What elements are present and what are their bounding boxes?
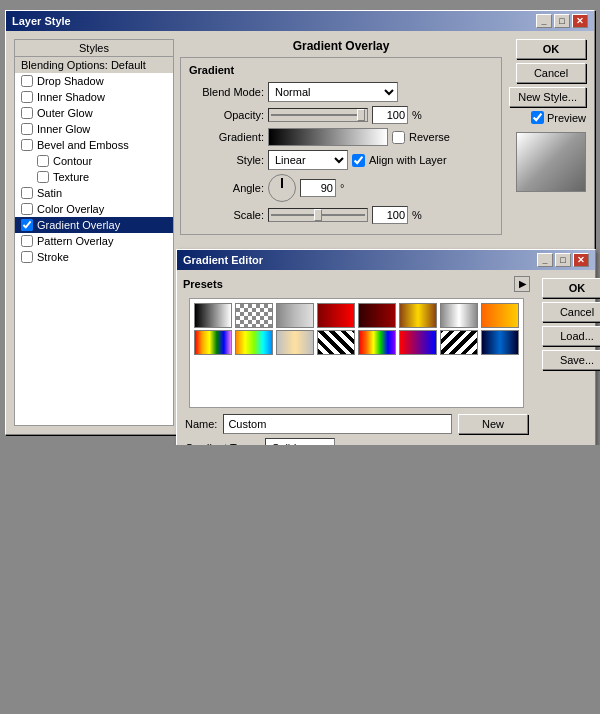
angle-degree: °	[340, 182, 344, 194]
preset-redblue[interactable]	[399, 330, 437, 355]
stroke-checkbox[interactable]	[21, 251, 33, 263]
sidebar-item-gradient-overlay[interactable]: Gradient Overlay	[15, 217, 173, 233]
preset-stripes[interactable]	[317, 330, 355, 355]
cancel-button[interactable]: Cancel	[516, 63, 586, 83]
gradient-overlay-checkbox[interactable]	[21, 219, 33, 231]
sidebar-item-texture[interactable]: Texture	[15, 169, 173, 185]
gradient-type-row: Gradient Type: Solid	[185, 438, 528, 445]
presets-expand-button[interactable]: ▶	[514, 276, 530, 292]
sidebar-item-stroke[interactable]: Stroke	[15, 249, 173, 265]
gradient-overlay-section-title: Gradient Overlay	[180, 39, 502, 53]
scale-input[interactable]	[372, 206, 408, 224]
ge-minimize-button[interactable]: _	[537, 253, 553, 267]
preset-rainbow[interactable]	[194, 330, 232, 355]
angle-input[interactable]	[300, 179, 336, 197]
reverse-label: Reverse	[409, 131, 450, 143]
align-checkbox[interactable]	[352, 154, 365, 167]
gradient-label: Gradient:	[189, 131, 264, 143]
outer-glow-label: Outer Glow	[37, 107, 93, 119]
blend-mode-row: Blend Mode: Normal	[189, 82, 493, 102]
ge-close-button[interactable]: ✕	[573, 253, 589, 267]
presets-section: Presets ▶	[183, 276, 530, 408]
blend-mode-select[interactable]: Normal	[268, 82, 398, 102]
gradient-subsection-label: Gradient	[189, 64, 493, 76]
gradient-editor-title: Gradient Editor	[183, 254, 263, 266]
new-gradient-button[interactable]: New	[458, 414, 528, 434]
stroke-label: Stroke	[37, 251, 69, 263]
ok-button[interactable]: OK	[516, 39, 586, 59]
sidebar-item-satin[interactable]: Satin	[15, 185, 173, 201]
opacity-slider[interactable]	[268, 108, 368, 122]
gradient-type-select[interactable]: Solid	[265, 438, 335, 445]
gradient-type-label: Gradient Type:	[185, 442, 257, 445]
gradient-editor-title-bar: Gradient Editor _ □ ✕	[177, 250, 595, 270]
color-overlay-label: Color Overlay	[37, 203, 104, 215]
preset-stripes2[interactable]	[440, 330, 478, 355]
minimize-button[interactable]: _	[536, 14, 552, 28]
preset-silver[interactable]	[440, 303, 478, 328]
inner-shadow-checkbox[interactable]	[21, 91, 33, 103]
name-input[interactable]	[223, 414, 452, 434]
presets-row-1	[194, 303, 519, 328]
preset-checker[interactable]	[235, 303, 273, 328]
sidebar-item-inner-shadow[interactable]: Inner Shadow	[15, 89, 173, 105]
sidebar-item-color-overlay[interactable]: Color Overlay	[15, 201, 173, 217]
contour-checkbox[interactable]	[37, 155, 49, 167]
satin-label: Satin	[37, 187, 62, 199]
drop-shadow-checkbox[interactable]	[21, 75, 33, 87]
preset-spectrum2[interactable]	[358, 330, 396, 355]
sidebar-item-inner-glow[interactable]: Inner Glow	[15, 121, 173, 137]
style-select[interactable]: Linear	[268, 150, 348, 170]
gradient-swatch[interactable]	[268, 128, 388, 146]
ge-save-button[interactable]: Save...	[542, 350, 600, 370]
preset-copper[interactable]	[399, 303, 437, 328]
layer-style-title-bar: Layer Style _ □ ✕	[6, 11, 594, 31]
presets-grid	[189, 298, 524, 408]
sidebar-item-contour[interactable]: Contour	[15, 153, 173, 169]
preset-bw[interactable]	[194, 303, 232, 328]
maximize-button[interactable]: □	[554, 14, 570, 28]
preview-checkbox[interactable]	[531, 111, 544, 124]
preset-gold[interactable]	[276, 330, 314, 355]
color-overlay-checkbox[interactable]	[21, 203, 33, 215]
pattern-overlay-label: Pattern Overlay	[37, 235, 113, 247]
presets-header: Presets ▶	[183, 276, 530, 292]
pattern-overlay-checkbox[interactable]	[21, 235, 33, 247]
style-label: Style:	[189, 154, 264, 166]
preset-orange[interactable]	[481, 303, 519, 328]
presets-label: Presets	[183, 278, 223, 290]
inner-glow-checkbox[interactable]	[21, 123, 33, 135]
align-label: Align with Layer	[369, 154, 447, 166]
gradient-editor-title-buttons: _ □ ✕	[537, 253, 589, 267]
new-style-button[interactable]: New Style...	[509, 87, 586, 107]
preset-spectrum[interactable]	[235, 330, 273, 355]
outer-glow-checkbox[interactable]	[21, 107, 33, 119]
gradient-editor-body: Presets ▶	[177, 270, 595, 445]
angle-dial[interactable]	[268, 174, 296, 202]
preset-darkred[interactable]	[358, 303, 396, 328]
close-button[interactable]: ✕	[572, 14, 588, 28]
ge-maximize-button[interactable]: □	[555, 253, 571, 267]
texture-checkbox[interactable]	[37, 171, 49, 183]
sidebar-item-drop-shadow[interactable]: Drop Shadow	[15, 73, 173, 89]
opacity-percent: %	[412, 109, 422, 121]
reverse-checkbox[interactable]	[392, 131, 405, 144]
ge-load-button[interactable]: Load...	[542, 326, 600, 346]
sidebar-item-bevel-emboss[interactable]: Bevel and Emboss	[15, 137, 173, 153]
scale-slider[interactable]	[268, 208, 368, 222]
preset-red[interactable]	[317, 303, 355, 328]
blending-options-header[interactable]: Blending Options: Default	[15, 57, 173, 73]
sidebar-item-pattern-overlay[interactable]: Pattern Overlay	[15, 233, 173, 249]
inner-glow-label: Inner Glow	[37, 123, 90, 135]
preset-gray[interactable]	[276, 303, 314, 328]
preset-blue[interactable]	[481, 330, 519, 355]
satin-checkbox[interactable]	[21, 187, 33, 199]
ge-ok-button[interactable]: OK	[542, 278, 600, 298]
opacity-input[interactable]	[372, 106, 408, 124]
title-bar-buttons: _ □ ✕	[536, 14, 588, 28]
bevel-emboss-checkbox[interactable]	[21, 139, 33, 151]
sidebar-item-outer-glow[interactable]: Outer Glow	[15, 105, 173, 121]
ge-cancel-button[interactable]: Cancel	[542, 302, 600, 322]
preview-box	[516, 132, 586, 192]
gradient-sub-section: Gradient Blend Mode: Normal Opacity:	[180, 57, 502, 235]
